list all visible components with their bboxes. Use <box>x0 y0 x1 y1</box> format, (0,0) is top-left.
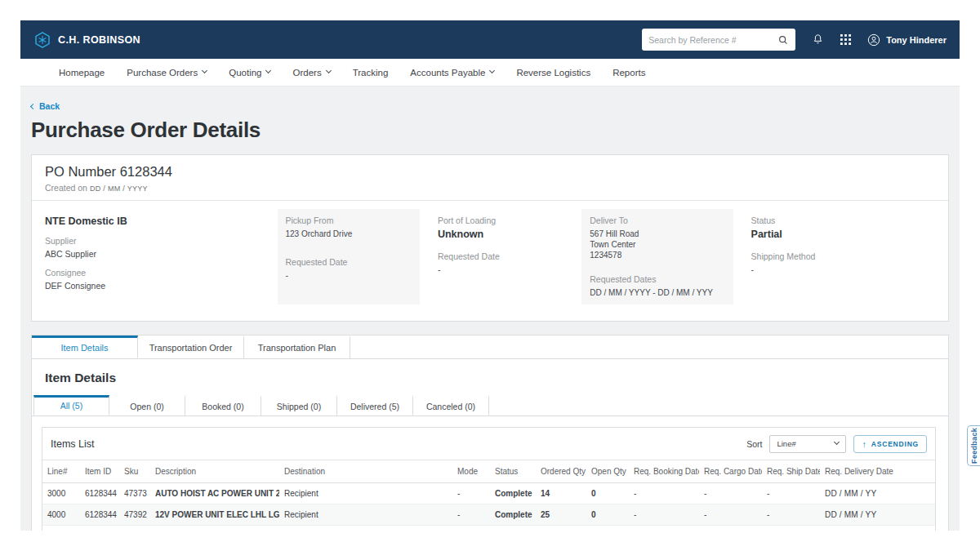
items-list-panel: Items List Sort Line# ↑ ASCENDING <box>42 427 936 531</box>
cell-req-ship-date: - <box>762 482 820 504</box>
cell-mode: - <box>452 482 490 504</box>
port-of-loading-label: Port of Loading <box>438 216 564 225</box>
subtab-canceled-0[interactable]: Canceled (0) <box>413 395 489 415</box>
details-tabs-card: Item DetailsTransportation OrderTranspor… <box>31 335 949 531</box>
subtab-all-5[interactable]: All (5) <box>33 395 109 415</box>
column-header-sku: Sku <box>119 460 150 482</box>
tab-transportation-plan[interactable]: Transportation Plan <box>244 335 350 358</box>
chevron-down-icon <box>265 68 271 73</box>
cell-description: DUMP TRAILER PU DA 1.1GAL TANK <box>150 525 279 531</box>
column-header-req-booking-date: Req. Booking Date <box>629 460 699 482</box>
menu-item-label: Reverse Logistics <box>516 68 590 78</box>
cell-sku: 53460 <box>119 525 150 531</box>
cell-description: AUTO HOIST AC POWER UNIT 230V <box>150 482 279 504</box>
cell-req-ship-date: - <box>762 504 820 525</box>
cell-mode: - <box>452 504 490 525</box>
subtab-shipped-0[interactable]: Shipped (0) <box>261 395 337 415</box>
back-link[interactable]: Back <box>31 101 60 111</box>
cell-item-id: 6128344 <box>80 482 119 504</box>
cell-ordered-qty: 14 <box>536 482 586 504</box>
cell-status: Complete <box>490 482 536 504</box>
deliver-requested-dates-label: Requested Dates <box>590 274 724 284</box>
cell-open-qty: 0 <box>586 525 629 531</box>
cell-req-cargo-date: - <box>699 525 762 531</box>
top-navbar: C.H. ROBINSON <box>20 20 960 59</box>
reference-search[interactable] <box>642 29 795 51</box>
deliver-to-panel: Deliver To 567 Hill Road Town Center 123… <box>581 209 733 304</box>
menu-item-label: Orders <box>292 68 321 78</box>
search-icon[interactable] <box>777 34 789 46</box>
table-row[interactable]: 3000612834447373AUTO HOIST AC POWER UNIT… <box>42 482 935 504</box>
port-requested-date-value: - <box>438 264 564 274</box>
brand-logo[interactable]: C.H. ROBINSON <box>33 31 140 49</box>
sort-field-value: Line# <box>777 439 795 448</box>
pickup-requested-date-value: - <box>286 270 412 280</box>
pickup-requested-date-label: Requested Date <box>286 257 412 267</box>
table-row[interactable]: 6000612834453460DUMP TRAILER PU DA 1.1GA… <box>42 525 935 531</box>
apps-grid-icon[interactable] <box>840 34 851 45</box>
cell-open-qty: 0 <box>586 504 629 525</box>
cell-req-booking-date: - <box>629 482 699 504</box>
menu-item-reports[interactable]: Reports <box>612 68 645 78</box>
back-label: Back <box>39 101 60 111</box>
column-header-description: Description <box>150 460 279 482</box>
shipping-method-label: Shipping Method <box>751 251 927 261</box>
supplier-value: ABC Supplier <box>45 249 268 259</box>
menu-item-label: Purchase Orders <box>127 68 198 78</box>
status-value: Partial <box>751 229 927 240</box>
items-table-head-row: Line#Item IDSkuDescriptionDestinationMod… <box>42 460 935 482</box>
section-title: Item Details <box>45 371 935 385</box>
port-requested-date-label: Requested Date <box>438 251 564 261</box>
table-row[interactable]: 400061283444739212V POWER UNIT ELEC LHL … <box>42 504 935 525</box>
menu-item-quoting[interactable]: Quoting <box>229 68 270 78</box>
main-menu: HomepagePurchase OrdersQuotingOrdersTrac… <box>20 59 960 86</box>
sort-direction-button[interactable]: ↑ ASCENDING <box>853 435 927 453</box>
cell-req-delivery-date: DD / MM / YY <box>820 504 935 525</box>
user-name: Tony Hinderer <box>886 35 947 45</box>
notifications-bell-icon[interactable] <box>812 33 824 46</box>
menu-item-orders[interactable]: Orders <box>292 68 330 78</box>
cell-req-booking-date: - <box>629 504 699 525</box>
pickup-address: 123 Orchard Drive <box>286 229 412 239</box>
search-input[interactable] <box>648 35 773 45</box>
tab-item-details[interactable]: Item Details <box>32 335 138 358</box>
items-table-body: 3000612834447373AUTO HOIST AC POWER UNIT… <box>42 482 935 531</box>
chevron-down-icon <box>489 68 495 73</box>
consignee-label: Consignee <box>45 268 268 278</box>
screen: C.H. ROBINSON <box>0 0 980 551</box>
menu-item-tracking[interactable]: Tracking <box>353 68 389 78</box>
status-filter-tabs: All (5)Open (0)Booked (0)Shipped (0)Deli… <box>32 395 948 416</box>
tab-transportation-order[interactable]: Transportation Order <box>138 335 244 358</box>
column-header-req-delivery-date: Req. Delivery Date <box>820 460 935 482</box>
sort-field-select[interactable]: Line# <box>769 435 846 453</box>
deliver-address-line1: 567 Hill Road <box>590 229 724 239</box>
created-on-date: DD / MM / YYYY <box>90 184 148 193</box>
column-header-status: Status <box>490 460 536 482</box>
cell-req-booking-date: - <box>629 525 699 531</box>
subtab-booked-0[interactable]: Booked (0) <box>185 395 261 415</box>
menu-item-label: Reports <box>612 68 645 78</box>
created-on-label: Created on <box>45 183 87 193</box>
column-header-mode: Mode <box>452 460 490 482</box>
feedback-button[interactable]: Feedback <box>967 425 980 466</box>
items-list-title: Items List <box>51 438 95 450</box>
cell-line: 4000 <box>42 504 80 525</box>
pickup-panel: Pickup From 123 Orchard Drive Requested … <box>278 209 420 304</box>
shipping-method-value: - <box>751 264 927 274</box>
items-table: Line#Item IDSkuDescriptionDestinationMod… <box>42 460 935 531</box>
menu-item-label: Quoting <box>229 68 261 78</box>
menu-item-reverse-logistics[interactable]: Reverse Logistics <box>516 68 590 78</box>
cell-destination: Recipient <box>279 525 452 531</box>
user-menu[interactable]: Tony Hinderer <box>867 33 947 47</box>
column-header-req-ship-date: Req. Ship Date <box>762 460 820 482</box>
parties-column: NTE Domestic IB Supplier ABC Supplier Co… <box>45 209 268 304</box>
column-header-destination: Destination <box>279 460 452 482</box>
chevron-down-icon <box>326 68 332 73</box>
menu-item-accounts-payable[interactable]: Accounts Payable <box>410 68 494 78</box>
menu-item-homepage[interactable]: Homepage <box>59 68 105 78</box>
subtab-delivered-5[interactable]: Delivered (5) <box>337 395 413 415</box>
menu-item-purchase-orders[interactable]: Purchase Orders <box>127 68 207 78</box>
cell-status: Complete <box>490 525 536 531</box>
subtab-open-0[interactable]: Open (0) <box>109 395 185 415</box>
app-window: C.H. ROBINSON <box>20 20 960 531</box>
